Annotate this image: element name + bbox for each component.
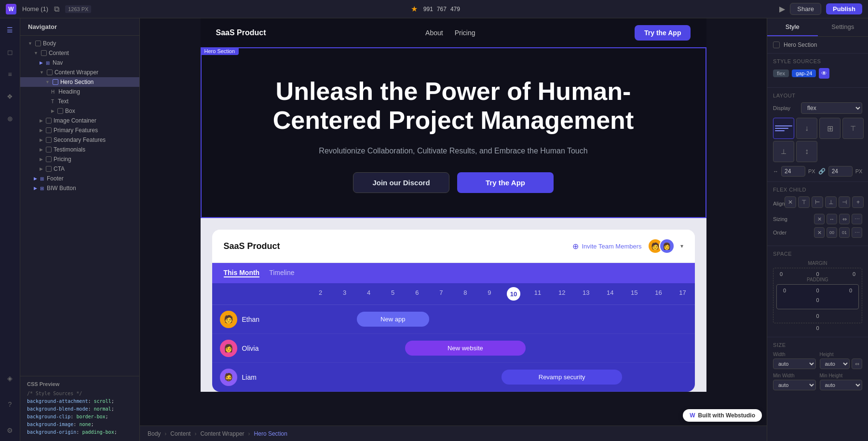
flex-tag[interactable]: flex <box>773 69 789 77</box>
try-app-button[interactable]: Try the App <box>457 172 554 193</box>
nav-link-pricing[interactable]: Pricing <box>455 29 475 37</box>
hero-checkbox[interactable] <box>773 41 780 48</box>
breadcrumb-content-wrapper[interactable]: Content Wrapper <box>200 430 244 437</box>
flex-wrap[interactable]: ⊞ <box>819 118 841 139</box>
align-center-btn[interactable]: ⊢ <box>812 196 823 208</box>
tree-box[interactable]: ▶ Box <box>20 106 139 116</box>
height-select[interactable]: auto <box>820 358 850 369</box>
heading-icon: H <box>51 89 54 95</box>
task-bar-new-website[interactable]: New website <box>405 341 526 356</box>
gap-y-input[interactable] <box>828 166 853 177</box>
tree-pricing[interactable]: ▶ Pricing <box>20 154 139 164</box>
navigator-icon[interactable]: ☰ <box>3 23 17 37</box>
margin-right-val[interactable]: 0 <box>849 271 859 277</box>
tree-biw-button[interactable]: ▶ ⊞ BIW Button <box>20 183 139 193</box>
components-icon[interactable]: ◻ <box>3 45 17 59</box>
task-revamp-security[interactable]: Revamp security <box>502 370 622 385</box>
play-button[interactable]: ▶ <box>779 4 785 14</box>
flex-align-center[interactable]: ⊥ <box>773 141 794 162</box>
flex-align-end[interactable]: ↕ <box>796 141 817 162</box>
gap-x-input[interactable] <box>781 166 805 177</box>
order-1-btn[interactable]: 00 <box>827 227 837 238</box>
width-select[interactable]: auto <box>773 358 816 369</box>
sizing-grow-btn[interactable]: ⇔ <box>839 214 850 224</box>
tree-nav[interactable]: ▶ ⊞ Nav <box>20 58 139 68</box>
margin-left-val[interactable]: 0 <box>776 271 786 277</box>
align-start-btn[interactable]: ⊤ <box>798 196 810 208</box>
task-new-website[interactable]: New website <box>405 341 526 356</box>
star-icon[interactable]: ★ <box>411 4 418 14</box>
breadcrumb-body[interactable]: Body <box>148 430 161 437</box>
align-end-btn[interactable]: ⊥ <box>825 196 837 208</box>
nav-link-about[interactable]: About <box>425 29 443 37</box>
tree-hero-section[interactable]: ▼ Hero Section <box>20 77 139 87</box>
ws-badge[interactable]: W Built with Webstudio <box>683 409 762 422</box>
pad-bottom-val[interactable]: 0 <box>816 297 819 303</box>
tree-footer[interactable]: ▶ ⊞ Footer <box>20 174 139 183</box>
display-select[interactable]: flex <box>801 102 862 114</box>
name-liam: Liam <box>242 373 257 381</box>
layers-icon[interactable]: ≡ <box>3 68 17 81</box>
gap-tag[interactable]: gap-24 <box>792 69 816 77</box>
pad-left-val[interactable]: 0 <box>780 288 789 293</box>
link-icon[interactable]: 🔗 <box>818 168 826 175</box>
align-plus-btn[interactable]: + <box>852 196 864 208</box>
breadcrumb-content[interactable]: Content <box>170 430 190 437</box>
task-bar-new-app[interactable]: New app <box>357 312 429 327</box>
person-ethan: 🧑 Ethan <box>212 307 309 332</box>
margin-outer-val[interactable]: 0 <box>816 325 819 331</box>
min-width-select[interactable]: auto <box>773 380 816 390</box>
tree-content-wrapper[interactable]: ▼ Content Wrapper <box>20 68 139 77</box>
align-stretch-btn[interactable]: ⊣ <box>839 196 850 208</box>
sizing-more-btn[interactable]: ⋯ <box>852 214 862 224</box>
order-2-btn[interactable]: 01 <box>839 227 850 238</box>
expand-icon[interactable]: ⇔ <box>852 358 862 369</box>
tab-timeline[interactable]: Timeline <box>269 269 294 277</box>
help-icon[interactable]: ? <box>3 398 17 411</box>
invite-team-button[interactable]: ⊕ Invite Team Members <box>572 242 641 251</box>
flex-col-down[interactable]: ↓ <box>796 118 817 139</box>
chevron-down-icon[interactable]: ▾ <box>680 243 683 249</box>
breadcrumb-hero[interactable]: Hero Section <box>254 430 287 437</box>
order-more-btn[interactable]: ⋯ <box>852 227 862 238</box>
tree-cta[interactable]: ▶ CTA <box>20 164 139 174</box>
tree-text[interactable]: T Text <box>20 96 139 106</box>
sizing-x-btn[interactable]: ✕ <box>814 214 825 224</box>
publish-button[interactable]: Publish <box>826 3 862 14</box>
tree-primary-features[interactable]: ▶ Primary Features <box>20 125 139 135</box>
tree-secondary-features[interactable]: ▶ Secondary Features <box>20 135 139 145</box>
flex-row-start[interactable] <box>773 118 794 139</box>
plugins-icon[interactable]: ⊕ <box>3 112 17 125</box>
spacing-center: 0 <box>786 271 849 277</box>
sizing-shrink-btn[interactable]: ↔ <box>827 214 837 224</box>
task-new-app[interactable]: New app <box>357 312 429 327</box>
tree-testimonials[interactable]: ▶ Testimonials <box>20 145 139 154</box>
community-icon[interactable]: ◈ <box>3 372 17 385</box>
tree-heading[interactable]: H Heading <box>20 87 139 96</box>
tab-style[interactable]: Style <box>767 18 818 36</box>
order-x-btn[interactable]: ✕ <box>814 227 825 238</box>
flex-col-align-start[interactable]: ⊤ <box>842 118 864 139</box>
pad-top-val[interactable]: 0 <box>813 288 823 293</box>
pad-right-val[interactable]: 0 <box>846 288 855 293</box>
tab-settings[interactable]: Settings <box>818 18 868 36</box>
tree-body[interactable]: ▼ Body <box>20 39 139 48</box>
min-height-select[interactable]: auto <box>820 380 863 390</box>
align-x-btn[interactable]: ✕ <box>785 196 796 208</box>
discord-button[interactable]: Join our Discord <box>353 172 449 193</box>
nav-cta-button[interactable]: Try the App <box>635 25 691 41</box>
margin-bottom-val[interactable]: 0 <box>816 313 819 319</box>
margin-top-val[interactable]: 0 <box>813 271 823 277</box>
assets-icon[interactable]: ❖ <box>3 90 17 103</box>
share-button[interactable]: Share <box>790 3 821 15</box>
settings-icon[interactable]: ⚙ <box>3 424 17 437</box>
tree-content[interactable]: ▼ Content <box>20 48 139 58</box>
duplicate-icon[interactable]: ⧉ <box>54 5 59 14</box>
tree-image-container[interactable]: ▶ Image Container <box>20 116 139 125</box>
spacing-center-pad: 0 <box>789 288 846 293</box>
task-bar-revamp[interactable]: Revamp security <box>502 370 622 385</box>
eye-button[interactable]: 👁 <box>819 68 829 79</box>
timeline-row-olivia: 👩 Olivia New website <box>212 334 695 363</box>
hero-checkbox-label: Hero Section <box>784 41 817 48</box>
tab-this-month[interactable]: This Month <box>224 269 260 277</box>
